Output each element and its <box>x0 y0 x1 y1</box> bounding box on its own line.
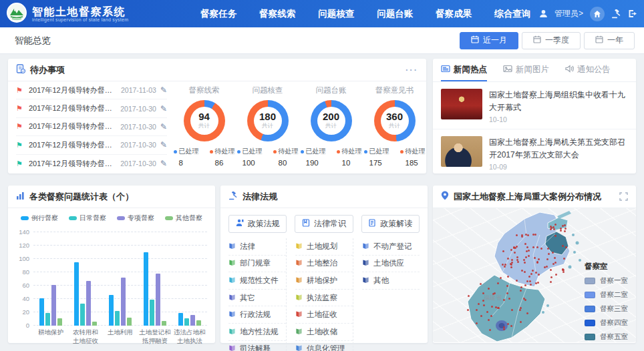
law-link-司法解释[interactable]: 司法解释 <box>228 341 286 351</box>
bar-日常督察[interactable] <box>184 318 189 326</box>
law-link-行政法规[interactable]: 行政法规 <box>228 306 286 324</box>
nav-item-综合查询[interactable]: 综合查询 <box>494 8 530 20</box>
law-button-法律常识[interactable]: 法律常识 <box>295 215 353 233</box>
bar-例行督察[interactable] <box>74 262 79 326</box>
bar-例行督察[interactable] <box>39 298 44 326</box>
legend-item-其他督察[interactable]: 其他督察 <box>165 214 202 223</box>
legend-item-例行督察[interactable]: 例行督察 <box>21 214 58 223</box>
news-item[interactable]: 国家土地督察上海局机关第五党支部召开2017年第五次支部大会10-09 <box>433 129 636 176</box>
case-distribution-map[interactable]: 督察室督察一室督察二室督察三室督察四室督察五室 福建省 <box>433 208 636 342</box>
law-link-土地整治[interactable]: 土地整治 <box>295 256 353 273</box>
legend-swatch-icon <box>69 216 77 220</box>
map-legend-item-督察二室[interactable]: 督察二室 <box>585 290 628 300</box>
law-link-部门规章[interactable]: 部门规章 <box>228 256 286 273</box>
bar-其他督察[interactable] <box>127 318 132 326</box>
case-dot <box>478 303 480 305</box>
edit-pencil-icon[interactable]: ✎ <box>160 122 167 131</box>
bar-专项督察[interactable] <box>51 285 56 326</box>
donut-legend-value: 10 <box>337 159 362 167</box>
y-axis-tick: 60 <box>9 282 29 289</box>
map-legend-item-督察三室[interactable]: 督察三室 <box>585 304 628 314</box>
law-link-土地征收[interactable]: 土地征收 <box>295 306 353 324</box>
map-legend-item-督察四室[interactable]: 督察四室 <box>585 318 628 328</box>
legend-item-专项督察[interactable]: 专项督察 <box>117 214 154 223</box>
edit-pencil-icon[interactable]: ✎ <box>160 140 167 149</box>
case-dot <box>516 246 518 248</box>
tab-新闻热点[interactable]: 新闻热点 <box>441 59 487 81</box>
bar-日常督察[interactable] <box>150 300 154 326</box>
law-link-其它[interactable]: 其它 <box>228 290 286 307</box>
bar-日常督察[interactable] <box>45 313 50 326</box>
nav-item-问题台账[interactable]: 问题台账 <box>377 8 413 20</box>
map-legend-item-督察一室[interactable]: 督察一室 <box>585 276 628 286</box>
news-tabs: 新闻热点新闻图片通知公告 <box>433 59 636 82</box>
law-link-其他[interactable]: 其他 <box>362 272 420 290</box>
range-button-一年[interactable]: 一年 <box>584 32 635 49</box>
legend-swatch-icon <box>585 306 595 312</box>
law-link-耕地保护[interactable]: 耕地保护 <box>295 272 353 290</box>
bar-例行督察[interactable] <box>144 252 148 326</box>
logout-icon[interactable] <box>628 9 637 18</box>
bar-例行督察[interactable] <box>109 295 114 326</box>
home-icon[interactable] <box>590 7 605 21</box>
gavel-icon[interactable] <box>611 9 621 19</box>
nav-item-问题核查[interactable]: 问题核查 <box>318 8 354 20</box>
bar-专项督察[interactable] <box>86 281 91 326</box>
nav-item-督察成果[interactable]: 督察成果 <box>436 8 472 20</box>
nav-item-督察任务[interactable]: 督察任务 <box>200 8 236 20</box>
todo-item[interactable]: ⚑2017年12月领导转办督察线索2017-10-30✎ <box>16 118 167 136</box>
case-dot <box>538 274 540 276</box>
bar-其他督察[interactable] <box>196 320 201 326</box>
x-axis-label: 土地登记和 抵押融资 <box>138 328 172 346</box>
bar-专项督察[interactable] <box>121 278 126 326</box>
legend-item-日常督察[interactable]: 日常督察 <box>69 214 106 223</box>
todo-item[interactable]: ⚑2017年12月领导转办督察线索2017-10-30✎ <box>16 136 167 154</box>
bar-其他督察[interactable] <box>162 321 166 326</box>
tab-新闻图片[interactable]: 新闻图片 <box>503 59 549 81</box>
law-link-土地供应[interactable]: 土地供应 <box>362 256 420 273</box>
nav-item-督察线索[interactable]: 督察线索 <box>259 8 295 20</box>
news-item[interactable]: 国家土地督察上海局组织集中收看十九大开幕式10-10 <box>433 82 636 129</box>
todo-overview-card: 待办事项 ··· ⚑2017年12月领导转办督察线索2017-11-03✎⚑20… <box>8 59 426 173</box>
user-name[interactable]: 管理员> <box>554 8 583 19</box>
todo-item[interactable]: ⚑2017年12月领导转办督察线索2017-11-03✎ <box>16 81 167 99</box>
bar-日常督察[interactable] <box>115 311 120 326</box>
donut-total-label: 共计 <box>389 122 400 130</box>
bar-例行督察[interactable] <box>178 313 183 326</box>
law-button-政策解读[interactable]: 政策解读 <box>361 215 420 233</box>
law-link-规范性文件[interactable]: 规范性文件 <box>228 272 286 290</box>
law-link-执法监察[interactable]: 执法监察 <box>295 290 353 307</box>
bar-专项督察[interactable] <box>156 274 160 326</box>
legend-swatch-icon <box>21 216 29 220</box>
edit-pencil-icon[interactable]: ✎ <box>160 85 167 95</box>
edit-pencil-icon[interactable]: ✎ <box>160 104 167 113</box>
law-link-法律[interactable]: 法律 <box>228 238 286 256</box>
law-link-地方性法规[interactable]: 地方性法规 <box>228 324 286 341</box>
law-link-信息化管理[interactable]: 信息化管理 <box>295 341 353 351</box>
brand[interactable]: 智能土地督察系统 intelligent supervision of stat… <box>7 3 128 25</box>
law-button-政策法规[interactable]: 政策法规 <box>228 215 287 233</box>
range-button-一季度[interactable]: 一季度 <box>522 32 581 49</box>
book-icon <box>362 259 369 268</box>
fullscreen-icon[interactable] <box>619 192 628 201</box>
law-link-土地规划[interactable]: 土地规划 <box>295 238 353 256</box>
panel-menu-button[interactable]: ··· <box>406 65 418 75</box>
book-icon <box>362 242 369 251</box>
bar-其他督察[interactable] <box>92 322 97 326</box>
tab-通知公告[interactable]: 通知公告 <box>565 59 611 81</box>
donut-stats-row: 督察线索94共计已处理8待处理86问题核查180共计已处理100待处理80问题台… <box>172 81 426 173</box>
bar-日常督察[interactable] <box>80 304 85 326</box>
map-legend-item-督察五室[interactable]: 督察五室 <box>585 332 628 342</box>
law-link-不动产登记[interactable]: 不动产登记 <box>362 238 420 256</box>
law-link-土地收储[interactable]: 土地收储 <box>295 324 353 341</box>
legend-swatch-icon <box>585 334 595 340</box>
donut-legend-label: 待处理 <box>273 147 299 156</box>
todo-item[interactable]: ⚑2017年12月领导转办督察线索2017-10-30✎ <box>16 99 167 117</box>
edit-pencil-icon[interactable]: ✎ <box>160 159 167 168</box>
range-button-近一月[interactable]: 近一月 <box>460 32 518 49</box>
todo-item-title: 2017年12月领导转办督察线索 <box>29 103 116 113</box>
todo-item-title: 2017年12月领导转办督察线索 <box>29 140 116 150</box>
bar-专项督察[interactable] <box>190 315 195 326</box>
todo-item[interactable]: ⚑2017年12月领导转办督察线索2017-10-30✎ <box>16 155 167 173</box>
bar-其他督察[interactable] <box>57 318 62 326</box>
